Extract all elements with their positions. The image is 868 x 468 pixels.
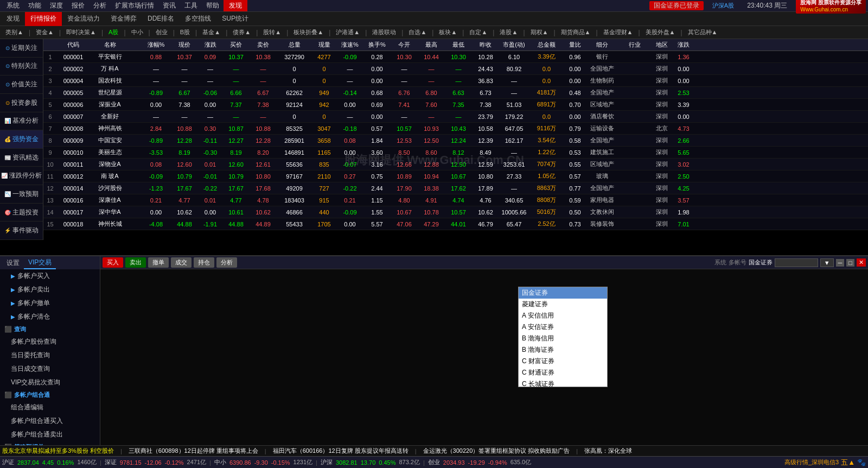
- table-row[interactable]: 5 000006 深振业A 0.00 7.38 0.00 7.37 7.38 9…: [43, 99, 868, 111]
- table-row[interactable]: 6 000007 全新好 — — — — — 0 0 — 0.00 — — — …: [43, 111, 868, 123]
- menu-system[interactable]: 系统: [2, 1, 24, 10]
- menu-item-buy[interactable]: ▶ 多帐户买入: [0, 269, 100, 283]
- dropdown-item-cf[interactable]: C 财富证券: [519, 356, 607, 367]
- table-row[interactable]: 4 000005 世纪星源 -0.89 6.67 -0.06 6.66 6.67…: [43, 87, 868, 99]
- analysis-button[interactable]: 分析: [216, 257, 237, 268]
- menu-item-stock-query[interactable]: 多帐户股份查询: [0, 335, 100, 349]
- th-buy[interactable]: 买价: [222, 41, 250, 49]
- subtab-block[interactable]: 板块▲: [435, 26, 461, 39]
- tab-longshort[interactable]: 多空指线: [180, 12, 216, 26]
- sidebar-item-bench[interactable]: 📊 基准分析: [0, 112, 43, 131]
- tab-capital-flow[interactable]: 资金流动力: [62, 12, 105, 26]
- tab-discover[interactable]: 发现: [1, 12, 25, 26]
- menu-quote[interactable]: 报价: [67, 1, 89, 10]
- th-code[interactable]: 代码: [57, 41, 90, 49]
- table-row[interactable]: 2 000002 万 科A — — — — — 0 0 — 0.00 — — —…: [43, 63, 868, 75]
- menu-extended[interactable]: 扩展市场行情: [111, 1, 158, 10]
- table-row[interactable]: 7 000008 神州高铁 2.84 10.88 0.30 10.87 10.8…: [43, 123, 868, 135]
- subtab-fund[interactable]: 基金▲: [198, 26, 225, 39]
- subtab-fundfinance[interactable]: 基金理财▲: [599, 26, 637, 39]
- tab-dde[interactable]: DDE排名: [142, 12, 180, 26]
- subtab-bshare[interactable]: B股: [176, 26, 194, 39]
- th-extra[interactable]: 细分: [586, 41, 618, 49]
- dropdown-item-lj[interactable]: 菱建证券: [519, 299, 607, 310]
- table-row[interactable]: 15 000018 神州长城 -4.08 44.88 -1.91 44.88 4…: [43, 218, 868, 230]
- subtab-transfer[interactable]: 股转▲: [259, 26, 285, 39]
- trade-search-input[interactable]: [775, 258, 818, 267]
- subtab-hklinkage[interactable]: 港股联动: [368, 26, 400, 39]
- sidebar-item-limitup[interactable]: 📈 涨跌停分析: [0, 167, 43, 185]
- subtab-futures[interactable]: 期货商品▲: [557, 26, 595, 39]
- trade-max-button[interactable]: □: [846, 259, 854, 267]
- menu-item-daily-order[interactable]: 当日委托查询: [0, 349, 100, 362]
- cancel-order-button[interactable]: 撤单: [148, 257, 169, 268]
- sidebar-item-event[interactable]: ⚡ 事件驱动: [0, 222, 43, 240]
- th-extra2[interactable]: 涨跌: [673, 41, 694, 49]
- table-row[interactable]: 13 000016 深康佳A 0.21 4.77 0.01 4.77 4.78 …: [43, 194, 868, 206]
- menu-tools[interactable]: 工具: [180, 1, 202, 10]
- subtab-gem[interactable]: 创业: [151, 26, 172, 39]
- dropdown-item-bh-credit[interactable]: B 渤海信用: [519, 333, 607, 344]
- subtab-sector[interactable]: 板块折叠▲: [289, 26, 328, 39]
- menu-function[interactable]: 功能: [24, 1, 46, 10]
- table-row[interactable]: 3 000004 国农科技 — — — — — 0 0 — 0.00 — — —…: [43, 75, 868, 87]
- sidebar-item-theme[interactable]: 🎯 主题投资: [0, 204, 43, 222]
- menu-item-vip-batch[interactable]: VIP交易批次查询: [0, 376, 100, 389]
- sidebar-item-strong[interactable]: 💰 强势资金: [0, 130, 43, 149]
- table-row[interactable]: 12 000014 沙河股份 -1.23 17.67 -0.22 17.67 1…: [43, 182, 868, 194]
- menu-item-cancel[interactable]: ▶ 多帐户撤单: [0, 296, 100, 310]
- th-open[interactable]: 今开: [391, 41, 418, 49]
- th-industry[interactable]: 行业: [618, 41, 651, 49]
- table-row[interactable]: 11 000012 南 玻A -0.09 10.79 -0.01 10.79 1…: [43, 170, 868, 182]
- sell-button[interactable]: 卖出: [125, 257, 146, 268]
- subtab-other[interactable]: 其它品种▲: [684, 26, 722, 39]
- subtab-bond[interactable]: 债券▲: [228, 26, 255, 39]
- sidebar-item-recent[interactable]: ⊙ 近期关注: [0, 39, 43, 58]
- bottom-tab-vip[interactable]: VIP交易: [24, 257, 56, 269]
- buy-button[interactable]: 买入: [103, 257, 123, 268]
- subtab-category[interactable]: 类别▲: [1, 26, 28, 39]
- trade-done-button[interactable]: 成交: [171, 257, 192, 268]
- th-change-pct[interactable]: 涨幅%: [141, 41, 171, 49]
- tab-sup[interactable]: SUP统计: [216, 12, 254, 26]
- subtab-us[interactable]: 美股外盘▲: [641, 26, 680, 39]
- subtab-options[interactable]: 期权▲: [526, 26, 553, 39]
- table-row[interactable]: 10 000011 深物业A 0.08 12.60 0.01 12.60 12.…: [43, 159, 868, 170]
- table-row[interactable]: 14 000017 深中华A 0.00 10.62 0.00 10.61 10.…: [43, 206, 868, 218]
- sidebar-item-consensus[interactable]: 📉 一致预期: [0, 185, 43, 204]
- table-row[interactable]: 9 000010 美丽生态 -3.53 8.19 -0.30 8.19 8.20…: [43, 147, 868, 159]
- menu-item-portfolio-edit[interactable]: 组合通编辑: [0, 401, 100, 414]
- sidebar-item-value[interactable]: ⊙ 价值关注: [0, 75, 43, 94]
- tab-capital-game[interactable]: 资金博弈: [105, 12, 142, 26]
- menu-discover[interactable]: 发现: [224, 0, 247, 11]
- th-name[interactable]: 名称: [90, 41, 130, 49]
- menu-item-portfolio-buy[interactable]: 多帐户组合通买入: [0, 414, 100, 428]
- menu-news[interactable]: 资讯: [158, 1, 180, 10]
- trade-go-button[interactable]: ▼: [820, 258, 834, 267]
- th-pe[interactable]: 市盈(动): [499, 41, 529, 49]
- subtab-watchlist[interactable]: 自选▲: [404, 26, 431, 39]
- th-prev[interactable]: 昨收: [472, 41, 499, 49]
- menu-help[interactable]: 帮助: [202, 1, 224, 10]
- menu-analysis[interactable]: 分析: [89, 1, 111, 10]
- th-speed[interactable]: 涨速%: [336, 41, 363, 49]
- th-high[interactable]: 最高: [418, 41, 445, 49]
- dropdown-item-ax-credit[interactable]: A 安信信用: [519, 310, 607, 321]
- table-row[interactable]: 1 000001 平安银行 0.88 10.37 0.09 10.37 10.3…: [43, 51, 868, 63]
- position-button[interactable]: 持仓: [194, 257, 214, 268]
- dropdown-item-gj[interactable]: 国金证券: [519, 287, 607, 299]
- subtab-ashare[interactable]: A股: [104, 26, 123, 39]
- th-city[interactable]: 地区: [651, 41, 673, 49]
- menu-depth[interactable]: 深度: [46, 1, 67, 10]
- th-price[interactable]: 现价: [171, 41, 198, 49]
- trade-min-button[interactable]: ─: [836, 259, 845, 267]
- dropdown-item-ax-sec[interactable]: A 安信证券: [519, 321, 607, 333]
- th-sell[interactable]: 卖价: [250, 41, 277, 49]
- dropdown-item-bh-sec[interactable]: B 渤海证券: [519, 344, 607, 356]
- bottom-tab-settings[interactable]: 设置: [2, 256, 24, 270]
- sidebar-item-special[interactable]: ⊙ 特别关注: [0, 58, 43, 76]
- th-cur[interactable]: 现量: [312, 41, 336, 49]
- menu-item-daily-trade[interactable]: 当日成交查询: [0, 362, 100, 376]
- subtab-hk[interactable]: 港股▲: [495, 26, 522, 39]
- th-mktcap[interactable]: 总金额: [529, 41, 564, 49]
